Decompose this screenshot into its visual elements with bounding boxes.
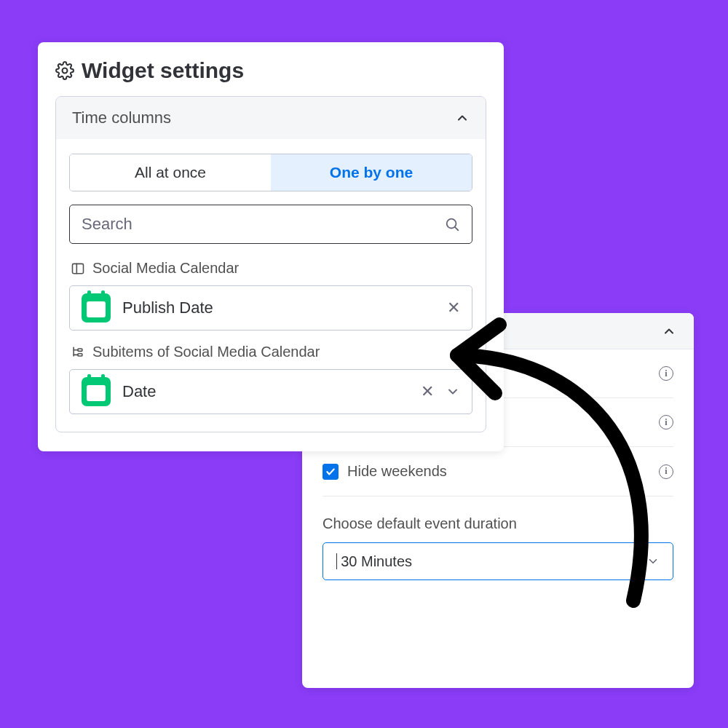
remove-column-button[interactable]: ✕ (447, 300, 460, 316)
board-group-label: Social Media Calendar (71, 260, 472, 277)
info-icon[interactable]: i (659, 464, 673, 479)
calendar-icon (82, 293, 111, 323)
toggle-one-by-one[interactable]: One by one (271, 154, 472, 191)
chevron-up-icon[interactable] (662, 324, 676, 339)
search-input[interactable]: Search (69, 205, 472, 244)
subitems-icon (71, 345, 85, 360)
svg-line-2 (455, 227, 458, 230)
mode-toggle: All at once One by one (69, 154, 472, 191)
hide-weekends-checkbox[interactable] (323, 464, 339, 480)
column-name: Date (122, 382, 156, 401)
panel-title: Widget settings (82, 58, 244, 83)
default-duration-label: Choose default event duration (323, 514, 673, 532)
default-duration-select[interactable]: 30 Minutes (323, 542, 673, 580)
section-header[interactable]: Time columns (56, 97, 486, 139)
svg-rect-7 (78, 349, 82, 351)
gear-icon (55, 61, 74, 80)
board-name: Subitems of Social Media Calendar (92, 344, 320, 360)
chevron-down-icon[interactable] (446, 384, 460, 399)
section-title: Time columns (72, 108, 171, 127)
board-icon (71, 261, 85, 276)
time-columns-section: Time columns All at once One by one Sear… (55, 96, 486, 432)
column-chip-date[interactable]: Date ✕ (69, 369, 472, 414)
column-chip-publish-date[interactable]: Publish Date ✕ (69, 285, 472, 331)
board-name: Social Media Calendar (92, 260, 239, 277)
hide-weekends-label: Hide weekends (347, 463, 447, 480)
svg-point-0 (63, 68, 68, 74)
svg-rect-3 (73, 264, 84, 273)
remove-column-button[interactable]: ✕ (421, 384, 434, 400)
chevron-down-icon (646, 555, 660, 568)
search-placeholder: Search (82, 215, 132, 234)
info-icon[interactable]: i (659, 415, 673, 430)
column-name: Publish Date (122, 298, 213, 317)
search-icon (444, 216, 460, 232)
text-cursor (336, 553, 337, 569)
calendar-icon (82, 377, 111, 406)
option-row-hide-weekends: Hide weekends i (323, 447, 673, 496)
toggle-all-at-once[interactable]: All at once (70, 154, 271, 191)
board-group-label: Subitems of Social Media Calendar (71, 344, 472, 360)
chevron-up-icon (455, 111, 470, 125)
default-duration-value: 30 Minutes (341, 553, 412, 570)
widget-settings-panel: Widget settings Time columns All at once… (38, 42, 504, 451)
info-icon[interactable]: i (659, 366, 673, 381)
svg-rect-9 (78, 353, 82, 355)
